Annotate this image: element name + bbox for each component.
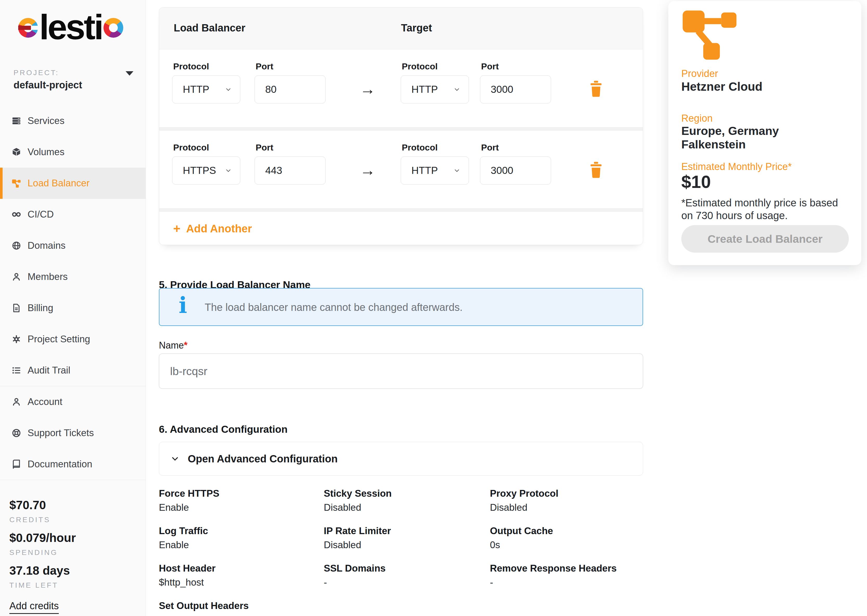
setting-host-header: Host Header $http_host — [159, 563, 324, 588]
time-left-value: 37.18 days — [9, 564, 76, 578]
trash-icon — [589, 80, 603, 97]
create-load-balancer-button[interactable]: Create Load Balancer — [681, 225, 849, 253]
protocol-label: Protocol — [173, 143, 209, 152]
setting-set-output-headers: Set Output Headers - — [159, 600, 324, 616]
target-protocol-select[interactable]: HTTP — [401, 75, 469, 104]
elestio-logo[interactable]: lesti — [18, 9, 123, 45]
credits-summary: $70.70 CREDITS $0.079/hour SPENDING 37.1… — [9, 498, 76, 596]
trash-icon — [589, 162, 603, 179]
load-balancer-icon — [681, 8, 743, 64]
person-icon — [11, 272, 21, 282]
port-label: Port — [256, 61, 273, 71]
delete-row-button[interactable] — [588, 80, 604, 99]
sidebar-menu: Services Volumes Load Balancer CI/CD Dom… — [0, 105, 146, 480]
section-title-advanced: 6. Advanced Configuration — [159, 424, 288, 435]
chevron-down-icon — [453, 167, 461, 174]
logo-e-glyph — [18, 18, 38, 38]
list-icon — [11, 365, 21, 375]
sidebar-item-label: Billing — [28, 303, 53, 313]
sidebar: lesti PROJECT: default-project Services … — [0, 0, 146, 616]
protocol-label: Protocol — [173, 61, 209, 71]
advanced-settings-grid: Force HTTPS Enable Sticky Session Disabl… — [159, 488, 654, 616]
document-icon — [11, 303, 21, 313]
sidebar-item-label: CI/CD — [28, 209, 54, 220]
port-mapping-row: Protocol Port Protocol Port HTTPS → HTTP — [159, 130, 643, 209]
sidebar-item-label: Load Balancer — [28, 178, 90, 189]
project-selector[interactable]: PROJECT: default-project — [0, 66, 146, 99]
credits-label: CREDITS — [9, 516, 76, 524]
setting-log-traffic: Log Traffic Enable — [159, 526, 324, 550]
chevron-down-icon — [453, 85, 461, 93]
time-left-label: TIME LEFT — [9, 581, 76, 589]
name-field-label: Name* — [159, 340, 187, 351]
load-balancer-name-input[interactable] — [159, 354, 643, 389]
setting-output-cache: Output Cache 0s — [490, 526, 654, 550]
add-credits-link[interactable]: Add credits — [9, 600, 59, 614]
row-separator — [159, 209, 643, 212]
info-icon: i — [179, 292, 187, 318]
sidebar-item-members[interactable]: Members — [0, 261, 146, 292]
row-separator — [159, 127, 643, 130]
sidebar-item-label: Audit Trail — [28, 365, 71, 376]
globe-icon — [11, 241, 21, 251]
sidebar-item-label: Account — [28, 396, 62, 407]
logo-o-glyph — [104, 18, 123, 38]
provider-value: Hetzner Cloud — [681, 80, 762, 94]
sidebar-item-cicd[interactable]: CI/CD — [0, 199, 146, 230]
delete-row-button[interactable] — [588, 160, 604, 180]
sidebar-item-account[interactable]: Account — [0, 386, 146, 417]
sidebar-item-support-tickets[interactable]: Support Tickets — [0, 417, 146, 449]
setting-remove-response-headers: Remove Response Headers - — [490, 563, 654, 588]
lb-protocol-select[interactable]: HTTP — [172, 75, 240, 104]
accordion-label: Open Advanced Configuration — [188, 453, 338, 465]
spending-label: SPENDING — [9, 548, 76, 557]
selected-value: HTTP — [411, 165, 438, 176]
setting-proxy-protocol: Proxy Protocol Disabled — [490, 488, 654, 513]
project-name: default-project — [14, 80, 82, 91]
sidebar-item-load-balancer[interactable]: Load Balancer — [0, 168, 146, 199]
sidebar-item-billing[interactable]: Billing — [0, 292, 146, 324]
arrow-right-icon: → — [360, 80, 376, 98]
sidebar-item-domains[interactable]: Domains — [0, 230, 146, 261]
target-port-input[interactable] — [480, 75, 551, 104]
sidebar-item-volumes[interactable]: Volumes — [0, 137, 146, 168]
sidebar-item-audit-trail[interactable]: Audit Trail — [0, 355, 146, 386]
arrow-right-icon: → — [360, 161, 376, 179]
lifebuoy-icon — [11, 428, 21, 438]
sidebar-item-services[interactable]: Services — [0, 105, 146, 137]
port-label: Port — [481, 61, 499, 71]
sidebar-divider — [0, 480, 146, 480]
target-port-input[interactable] — [480, 157, 551, 185]
logo-wordmark: lesti — [38, 9, 104, 45]
column-header-target: Target — [401, 22, 432, 34]
protocol-label: Protocol — [402, 61, 437, 71]
add-another-label: Add Another — [186, 223, 252, 235]
port-label: Port — [256, 143, 273, 152]
sidebar-item-label: Domains — [28, 240, 66, 251]
setting-sticky-session: Sticky Session Disabled — [324, 488, 490, 513]
port-label: Port — [481, 143, 499, 152]
column-header-load-balancer: Load Balancer — [174, 22, 245, 34]
selected-value: HTTPS — [183, 165, 216, 176]
sidebar-item-label: Members — [28, 271, 68, 282]
open-advanced-configuration-toggle[interactable]: Open Advanced Configuration — [159, 442, 643, 476]
sidebar-item-label: Support Tickets — [28, 427, 94, 438]
target-protocol-select[interactable]: HTTP — [401, 157, 469, 185]
lb-port-input[interactable] — [255, 157, 326, 185]
credits-value: $70.70 — [9, 498, 76, 512]
chevron-down-icon — [224, 167, 232, 174]
chevron-down-icon — [224, 85, 232, 93]
setting-ip-rate-limiter: IP Rate Limiter Disabled — [324, 526, 490, 550]
sidebar-item-project-setting[interactable]: Project Setting — [0, 324, 146, 355]
order-summary-panel: Provider Hetzner Cloud Region Europe, Ge… — [668, 1, 861, 265]
sidebar-item-documentation[interactable]: Documentation — [0, 449, 146, 480]
add-another-button[interactable]: + Add Another — [173, 222, 252, 236]
selected-value: HTTP — [183, 84, 209, 95]
chevron-down-icon — [126, 71, 134, 75]
port-mapping-row: Protocol Port Protocol Port HTTP → HTTP — [159, 49, 643, 127]
lb-protocol-select[interactable]: HTTPS — [172, 157, 240, 185]
info-banner: i The load balancer name cannot be chang… — [159, 288, 643, 326]
lb-port-input[interactable] — [255, 75, 326, 104]
port-mappings-card: Load Balancer Target Protocol Port Proto… — [159, 7, 643, 245]
region-value: Falkenstein — [681, 138, 746, 151]
